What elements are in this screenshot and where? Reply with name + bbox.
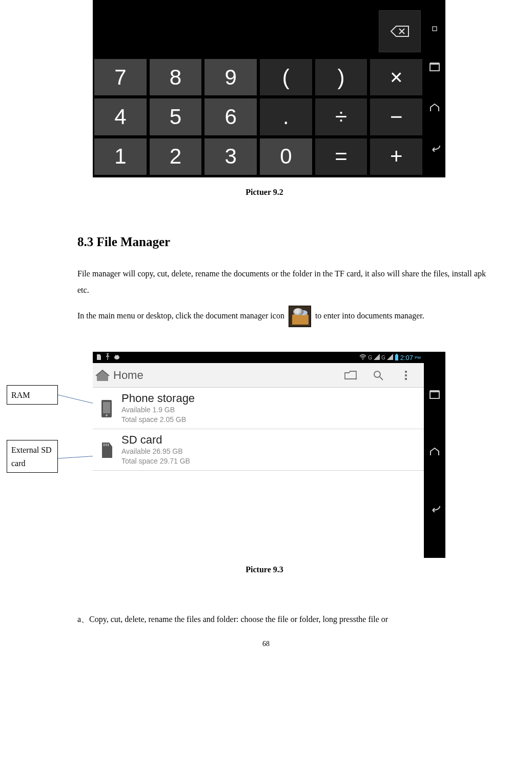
- calculator-screenshot: 789()×456.÷−1230=+: [93, 0, 445, 177]
- storage-item-available: Available 26.95 GB: [121, 447, 190, 456]
- search-button[interactable]: [364, 363, 392, 388]
- calc-key-0[interactable]: 0: [259, 138, 313, 175]
- file-manager-screenshot: G G 2:07 PM: [93, 352, 445, 558]
- para2-part-a: In the main menu or desktop, click the d…: [77, 311, 287, 320]
- backspace-icon: [390, 25, 410, 37]
- battery-icon: [395, 354, 399, 362]
- debug-status-icon: [113, 354, 120, 361]
- section-heading: 8.3 File Manager: [77, 235, 170, 249]
- annotation-ram: RAM: [7, 385, 58, 405]
- svg-point-8: [362, 359, 363, 360]
- svg-rect-24: [430, 390, 439, 392]
- storage-item-title: SD card: [121, 433, 190, 447]
- new-folder-icon: +: [344, 370, 357, 381]
- calc-key-([interactable]: (: [259, 58, 313, 96]
- search-icon: [373, 370, 384, 381]
- home-toolbar-icon: [95, 369, 110, 382]
- calc-key-9[interactable]: 9: [204, 58, 257, 96]
- status-time: 2:07: [400, 354, 413, 362]
- home-icon[interactable]: [429, 103, 440, 114]
- minimize-dot-icon: [432, 24, 437, 33]
- signal-icon-1: [374, 354, 380, 361]
- usb-status-icon: [105, 353, 110, 362]
- svg-rect-21: [106, 444, 107, 446]
- system-nav-bar: [424, 0, 445, 177]
- svg-point-19: [106, 414, 108, 416]
- calculator-display: [94, 1, 423, 58]
- body-paragraph-1: File manager will copy, cut, delete, ren…: [77, 266, 486, 298]
- svg-rect-2: [430, 63, 439, 65]
- calc-key-)[interactable]: ): [315, 58, 368, 96]
- back-icon[interactable]: [428, 144, 441, 154]
- calc-key-÷[interactable]: ÷: [315, 98, 368, 135]
- calc-key-3[interactable]: 3: [204, 138, 257, 175]
- svg-rect-23: [430, 391, 439, 398]
- sdcard-status-icon: [96, 353, 102, 362]
- svg-rect-10: [396, 354, 397, 355]
- annotation-sd: External SD card: [7, 440, 58, 473]
- figure-caption-1: Pictuer 9.2: [77, 188, 452, 197]
- para2-part-b: to enter into documents manager.: [313, 311, 424, 320]
- calc-key-.[interactable]: .: [259, 98, 313, 135]
- toolbar-title: Home: [113, 369, 144, 382]
- svg-rect-0: [433, 27, 437, 31]
- back-icon[interactable]: [428, 504, 441, 514]
- calc-key-5[interactable]: 5: [149, 98, 202, 135]
- calc-key-7[interactable]: 7: [94, 58, 147, 96]
- calc-key-−[interactable]: −: [370, 98, 423, 135]
- system-nav-bar: [424, 352, 445, 558]
- home-icon[interactable]: [429, 447, 440, 458]
- file-manager-toolbar: Home +: [93, 363, 424, 388]
- phone-storage-icon: [98, 398, 115, 418]
- overflow-menu-icon: [404, 370, 408, 381]
- calc-key-1[interactable]: 1: [94, 138, 147, 175]
- page-number: 68: [0, 640, 532, 648]
- svg-rect-16: [405, 378, 407, 380]
- status-ampm: PM: [415, 355, 421, 360]
- storage-item-total: Total space 29.71 GB: [121, 456, 190, 466]
- wifi-icon: [359, 354, 366, 361]
- storage-item-title: Phone storage: [121, 392, 195, 405]
- new-folder-button[interactable]: +: [337, 363, 364, 388]
- svg-point-12: [374, 371, 380, 377]
- calc-key-2[interactable]: 2: [149, 138, 202, 175]
- signal-icon-2: [387, 354, 393, 361]
- svg-point-7: [117, 355, 118, 356]
- storage-item[interactable]: Phone storageAvailable 1.9 GBTotal space…: [93, 388, 424, 429]
- calc-key-8[interactable]: 8: [149, 58, 202, 96]
- svg-rect-14: [405, 371, 407, 373]
- storage-list: Phone storageAvailable 1.9 GBTotal space…: [93, 388, 424, 558]
- calc-key-6[interactable]: 6: [204, 98, 257, 135]
- svg-rect-22: [108, 444, 109, 446]
- g-indicator-1: G: [368, 355, 372, 360]
- g-indicator-2: G: [381, 355, 385, 360]
- body-paragraph-2: In the main menu or desktop, click the d…: [77, 306, 486, 327]
- recent-apps-icon[interactable]: [429, 63, 440, 74]
- svg-rect-9: [395, 355, 398, 360]
- storage-item-available: Available 1.9 GB: [121, 405, 195, 415]
- calc-key-4[interactable]: 4: [94, 98, 147, 135]
- svg-rect-20: [104, 444, 105, 446]
- storage-item-total: Total space 2.05 GB: [121, 415, 195, 425]
- recent-apps-icon[interactable]: [429, 390, 440, 401]
- sd-card-icon: [98, 439, 115, 460]
- svg-point-6: [115, 355, 116, 356]
- overflow-menu-button[interactable]: [392, 363, 420, 388]
- body-paragraph-3: a、Copy, cut, delete, rename the files an…: [77, 611, 486, 628]
- svg-point-5: [114, 355, 119, 359]
- storage-item[interactable]: SD cardAvailable 26.95 GBTotal space 29.…: [93, 429, 424, 471]
- status-bar: G G 2:07 PM: [93, 352, 424, 363]
- svg-rect-15: [405, 374, 407, 376]
- svg-rect-18: [103, 402, 110, 413]
- figure-caption-2: Picture 9.3: [77, 565, 452, 574]
- svg-text:+: +: [354, 375, 357, 381]
- calc-key-=[interactable]: =: [315, 138, 368, 175]
- document-manager-icon: [289, 306, 311, 327]
- backspace-button[interactable]: [379, 10, 421, 52]
- svg-line-13: [380, 377, 383, 380]
- calc-key-×[interactable]: ×: [370, 58, 423, 96]
- calc-key-+[interactable]: +: [370, 138, 423, 175]
- svg-rect-1: [430, 64, 439, 71]
